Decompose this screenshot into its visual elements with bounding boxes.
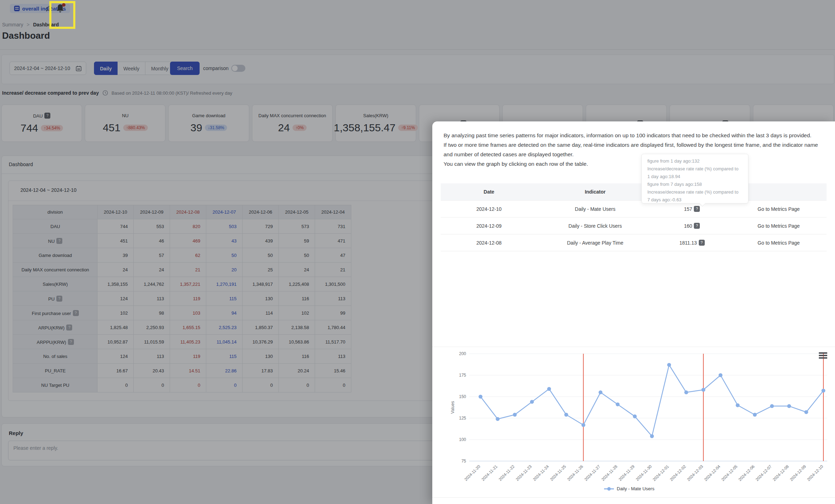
- cell: 1,270,191: [206, 277, 243, 291]
- help-icon[interactable]: ?: [56, 296, 62, 302]
- cell: 113: [134, 291, 170, 306]
- cell: 102: [279, 306, 315, 320]
- chart-menu-icon[interactable]: [819, 352, 827, 359]
- cell: 103: [170, 306, 206, 320]
- help-icon[interactable]: ?: [694, 206, 700, 212]
- cell: 113: [315, 349, 351, 364]
- kpi-title: Game download: [192, 113, 226, 118]
- x-tick-label: 2024-12-05: [721, 464, 738, 482]
- help-icon[interactable]: ?: [66, 325, 72, 330]
- row-label: No. of sales: [13, 349, 98, 364]
- help-icon[interactable]: ?: [68, 339, 74, 345]
- go-to-metrics-link[interactable]: Go to Metrics Page: [731, 234, 827, 251]
- cell: 16.67: [98, 364, 134, 378]
- data-point: [753, 413, 757, 417]
- cell: 0: [315, 378, 351, 392]
- cell: 113: [315, 291, 351, 306]
- period-segmented-control: DailyWeeklyMonthly: [94, 62, 174, 75]
- anomaly-row[interactable]: 2024-12-10 Daily - Mate Users 157? Go to…: [441, 201, 827, 218]
- row-label: NU?: [13, 234, 98, 248]
- tooltip-line: 1 day ago:18.94: [647, 173, 742, 181]
- anomaly-row[interactable]: 2024-12-09 Daily - Store Click Users 160…: [441, 218, 827, 234]
- cell: 11,405.23: [170, 335, 206, 349]
- comparison-toggle[interactable]: [231, 65, 245, 72]
- x-tick-label: 2024-12-06: [738, 464, 755, 482]
- row-label: PU_RATE: [13, 364, 98, 378]
- x-tick-label: 2024-11-20: [464, 464, 481, 481]
- kpi-delta-badge: ↓31.58%: [205, 125, 227, 131]
- help-icon[interactable]: ?: [73, 310, 79, 316]
- cell: 573: [279, 219, 315, 234]
- data-point: [684, 390, 688, 394]
- tooltip-line: Increase/decrease rate rate (%) compared…: [647, 188, 742, 196]
- table-row: NU?451464694343959471: [13, 234, 351, 248]
- tooltip-line: figure from 7 days ago:158: [647, 181, 742, 188]
- cell: 62: [170, 248, 206, 263]
- row-label: Game download: [13, 248, 98, 263]
- help-icon[interactable]: ?: [699, 240, 705, 246]
- kpi-title: DAU?: [33, 113, 50, 119]
- row-label: First purchase user?: [13, 306, 98, 320]
- column-header: division: [13, 205, 98, 219]
- help-icon[interactable]: ?: [44, 113, 50, 119]
- period-option-daily[interactable]: Daily: [94, 62, 118, 75]
- data-point: [650, 434, 654, 438]
- description-line: If two or more time frames are detected …: [444, 140, 824, 159]
- kpi-delta-badge: ↑880.43%: [123, 125, 147, 131]
- cell: 503: [206, 219, 243, 234]
- data-point: [530, 400, 534, 404]
- table-row: First purchase user?102981039411410299: [13, 306, 351, 320]
- cell: 115: [206, 291, 243, 306]
- period-option-weekly[interactable]: Weekly: [118, 62, 145, 75]
- help-icon[interactable]: ?: [56, 238, 62, 244]
- data-point: [479, 395, 483, 399]
- column-header: 2024-12-10: [98, 205, 134, 219]
- cell: 1,244,762: [134, 277, 170, 291]
- svg-text:150: 150: [459, 394, 466, 399]
- cell: 47: [315, 248, 351, 263]
- help-icon[interactable]: ?: [694, 223, 700, 229]
- table-row: PU_RATE16.6720.4314.5122.8617.8320.2415.…: [13, 364, 351, 378]
- kpi-delta-badge: ↑9.11%: [398, 125, 418, 131]
- cell: 46: [134, 234, 170, 248]
- table-row: Sales(KRW)1,358,1551,244,7621,357,2211,2…: [13, 277, 351, 291]
- legend-item[interactable]: Daily - Mate Users: [604, 486, 654, 491]
- column-header: 2024-12-06: [243, 205, 279, 219]
- svg-text:200: 200: [459, 351, 466, 356]
- svg-text:75: 75: [462, 459, 466, 464]
- cell: 0: [243, 378, 279, 392]
- kpi-title: Sales(KRW): [363, 113, 388, 118]
- anomaly-row[interactable]: 2024-12-08 Daily - Average Play Time 181…: [441, 234, 827, 251]
- column-header: 2024-12-08: [170, 205, 206, 219]
- date-range-input[interactable]: 2024-12-04 ~ 2024-12-10: [10, 62, 86, 75]
- cell: 22.86: [206, 364, 243, 378]
- breadcrumb-summary[interactable]: Summary: [2, 22, 23, 27]
- cell: 1,655.15: [170, 320, 206, 335]
- row-label: Daily MAX concurrent connection: [13, 263, 98, 277]
- data-point: [770, 404, 774, 408]
- data-point: [822, 389, 825, 392]
- x-tick-label: 2024-12-03: [686, 464, 704, 482]
- dashboard-section-title: Dashboard: [9, 162, 33, 167]
- description-line: You can view the graph by clicking on ea…: [444, 159, 824, 169]
- search-button[interactable]: Search: [170, 62, 200, 75]
- x-tick-label: 2024-12-10: [806, 464, 824, 482]
- cell: 98: [134, 306, 170, 320]
- data-point: [616, 402, 620, 406]
- cell: 115: [206, 349, 243, 364]
- anomaly-date: 2024-12-08: [441, 234, 537, 251]
- reply-title: Reply: [9, 430, 23, 436]
- date-range-value: 2024-12-04 ~ 2024-12-10: [14, 65, 70, 71]
- table-row: No. of sales124113119115130116113: [13, 349, 351, 364]
- cell: 20: [206, 263, 243, 277]
- page-title: Dashboard: [2, 30, 50, 41]
- x-tick-label: 2024-11-23: [515, 464, 532, 481]
- table-row: Daily MAX concurrent connection242421202…: [13, 263, 351, 277]
- line-chart[interactable]: 20017515012510075Values2024-11-202024-11…: [432, 349, 835, 498]
- cell: 24: [134, 263, 170, 277]
- kpi-title: NU: [122, 113, 128, 118]
- x-tick-label: 2024-12-07: [755, 464, 772, 482]
- x-tick-label: 2024-12-04: [703, 464, 721, 482]
- x-tick-label: 2024-11-22: [498, 464, 515, 481]
- go-to-metrics-link[interactable]: Go to Metrics Page: [731, 218, 827, 234]
